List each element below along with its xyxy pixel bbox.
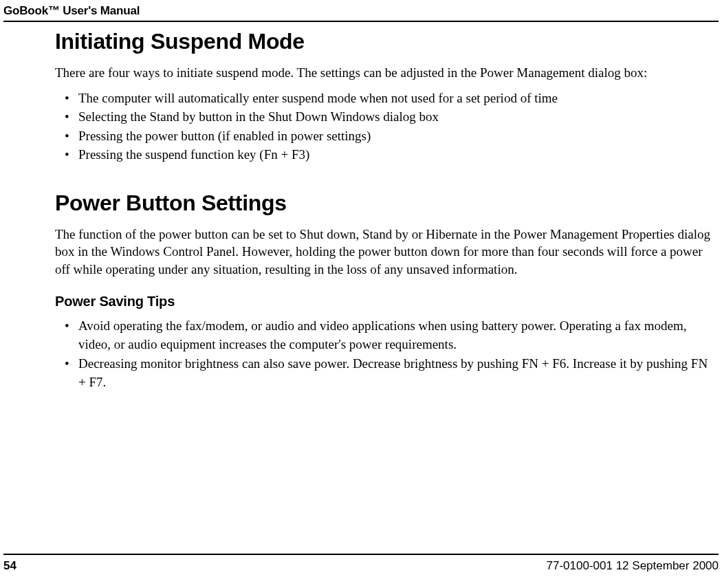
page-number: 54 bbox=[3, 559, 17, 573]
bullet-list-suspend-ways: The computer will automatically enter su… bbox=[55, 89, 712, 164]
bullet-list-power-tips: Avoid operating the fax/modem, or audio … bbox=[55, 316, 712, 392]
page-header: GoBook™ User's Manual bbox=[3, 4, 719, 22]
list-item: Decreasing monitor brightness can also s… bbox=[78, 354, 712, 392]
heading-power-button-settings: Power Button Settings bbox=[55, 190, 712, 216]
heading-initiating-suspend-mode: Initiating Suspend Mode bbox=[55, 29, 712, 54]
list-item: Pressing the power button (if enabled in… bbox=[78, 127, 712, 146]
document-page: GoBook™ User's Manual Initiating Suspend… bbox=[0, 0, 722, 588]
doc-number-date: 77-0100-001 12 September 2000 bbox=[547, 559, 719, 573]
page-footer: 54 77-0100-001 12 September 2000 bbox=[3, 554, 719, 573]
list-item: Selecting the Stand by button in the Shu… bbox=[78, 107, 712, 127]
list-item: Pressing the suspend function key (Fn + … bbox=[78, 145, 712, 164]
page-content: Initiating Suspend Mode There are four w… bbox=[55, 25, 712, 396]
subheading-power-saving-tips: Power Saving Tips bbox=[55, 294, 712, 309]
list-item: The computer will automatically enter su… bbox=[78, 89, 712, 108]
manual-title: GoBook™ User's Manual bbox=[3, 4, 140, 17]
list-item: Avoid operating the fax/modem, or audio … bbox=[78, 316, 712, 354]
paragraph-intro-1: There are four ways to initiate suspend … bbox=[55, 64, 712, 82]
paragraph-intro-2: The function of the power button can be … bbox=[55, 226, 712, 279]
